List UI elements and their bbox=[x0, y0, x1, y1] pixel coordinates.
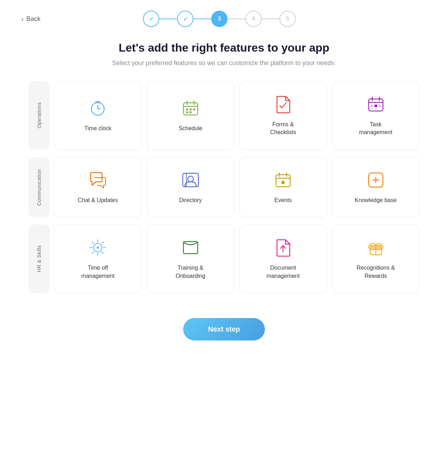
svg-rect-19 bbox=[374, 105, 377, 107]
section-label-hr: HR & Skills bbox=[28, 224, 50, 293]
schedule-icon bbox=[181, 98, 201, 118]
forms-label: Forms &Checklists bbox=[270, 121, 296, 137]
stepper: ✓ ✓ 3 4 5 bbox=[143, 11, 296, 27]
step-4: 4 bbox=[245, 11, 262, 27]
task-label: Taskmanagement bbox=[359, 121, 392, 137]
events-label: Events bbox=[274, 196, 292, 204]
document-label: Documentmanagement bbox=[267, 264, 300, 280]
events-icon bbox=[273, 170, 293, 190]
top-bar: ‹ Back ✓ ✓ 3 4 5 bbox=[0, 0, 448, 34]
section-operations: Operations Time clock bbox=[28, 81, 420, 150]
hr-cards: Time offmanagement Training &Onboarding bbox=[54, 224, 420, 293]
feature-card-forms[interactable]: Forms &Checklists bbox=[239, 81, 327, 150]
feature-card-schedule[interactable]: Schedule bbox=[147, 81, 235, 150]
step-line-2 bbox=[193, 18, 211, 19]
section-communication: Communication Chat & Updates bbox=[28, 157, 420, 217]
svg-rect-21 bbox=[370, 108, 373, 110]
knowledge-icon bbox=[366, 170, 386, 190]
time-off-icon bbox=[88, 238, 108, 258]
page-title: Let's add the right features to your app bbox=[119, 41, 330, 54]
feature-card-time-clock[interactable]: Time clock bbox=[54, 81, 142, 150]
schedule-label: Schedule bbox=[178, 125, 202, 132]
svg-line-43 bbox=[92, 252, 94, 253]
directory-icon bbox=[181, 170, 201, 190]
svg-rect-22 bbox=[374, 108, 377, 110]
chat-icon bbox=[88, 170, 108, 190]
section-label-operations: Operations bbox=[28, 81, 50, 150]
svg-rect-9 bbox=[186, 109, 188, 110]
svg-rect-11 bbox=[193, 109, 195, 110]
time-off-label: Time offmanagement bbox=[81, 264, 114, 280]
step-line-4 bbox=[262, 18, 279, 19]
step-2: ✓ bbox=[177, 11, 193, 27]
svg-line-42 bbox=[102, 242, 103, 243]
svg-line-41 bbox=[102, 252, 103, 253]
document-icon bbox=[273, 238, 293, 258]
svg-line-40 bbox=[92, 242, 94, 243]
feature-card-directory[interactable]: Directory bbox=[147, 157, 235, 217]
svg-rect-10 bbox=[190, 109, 192, 110]
task-icon bbox=[366, 94, 386, 114]
feature-card-knowledge[interactable]: Knowledge base bbox=[332, 157, 420, 217]
rewards-label: Recognitions &Rewards bbox=[357, 264, 395, 280]
rewards-icon bbox=[366, 238, 386, 258]
step-5: 5 bbox=[279, 11, 296, 27]
chat-label: Chat & Updates bbox=[78, 196, 118, 204]
feature-card-chat[interactable]: Chat & Updates bbox=[54, 157, 142, 217]
svg-point-30 bbox=[281, 181, 285, 184]
step-1: ✓ bbox=[143, 11, 159, 27]
step-3: 3 bbox=[211, 11, 228, 27]
back-arrow-icon: ‹ bbox=[21, 15, 23, 23]
main-content: Let's add the right features to your app… bbox=[28, 34, 420, 355]
svg-point-35 bbox=[97, 247, 99, 249]
training-icon bbox=[181, 238, 201, 258]
back-button[interactable]: ‹ Back bbox=[21, 15, 41, 23]
feature-card-document[interactable]: Documentmanagement bbox=[239, 224, 327, 293]
operations-cards: Time clock Sc bbox=[54, 81, 420, 150]
svg-rect-18 bbox=[370, 105, 373, 107]
directory-label: Directory bbox=[179, 196, 202, 204]
step-line-3 bbox=[228, 18, 245, 19]
svg-rect-12 bbox=[186, 111, 188, 113]
training-label: Training &Onboarding bbox=[176, 264, 206, 280]
communication-cards: Chat & Updates Directory bbox=[54, 157, 420, 217]
time-clock-icon bbox=[88, 98, 108, 118]
forms-icon bbox=[273, 94, 293, 114]
feature-card-events[interactable]: Events bbox=[239, 157, 327, 217]
next-step-button[interactable]: Next step bbox=[183, 318, 265, 340]
section-label-communication: Communication bbox=[28, 157, 50, 217]
knowledge-label: Knowledge base bbox=[355, 196, 397, 204]
svg-rect-20 bbox=[378, 105, 381, 107]
feature-card-rewards[interactable]: Recognitions &Rewards bbox=[332, 224, 420, 293]
page-subtitle: Select your preferred features so we can… bbox=[112, 59, 336, 67]
svg-point-24 bbox=[188, 176, 193, 182]
time-clock-label: Time clock bbox=[84, 125, 111, 132]
step-line-1 bbox=[159, 18, 177, 19]
section-hr: HR & Skills bbox=[28, 224, 420, 293]
svg-rect-13 bbox=[190, 111, 192, 113]
feature-card-task[interactable]: Taskmanagement bbox=[332, 81, 420, 150]
back-label: Back bbox=[26, 15, 41, 23]
feature-card-time-off[interactable]: Time offmanagement bbox=[54, 224, 142, 293]
feature-card-training[interactable]: Training &Onboarding bbox=[147, 224, 235, 293]
